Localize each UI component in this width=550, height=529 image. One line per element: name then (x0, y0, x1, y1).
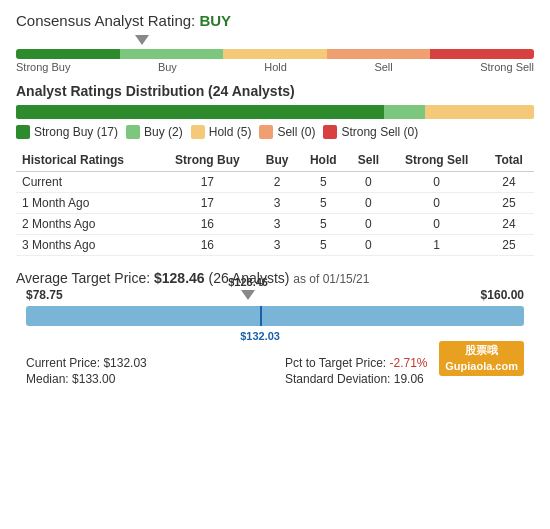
gauge-label-strong-buy: Strong Buy (16, 61, 70, 73)
consensus-title: Consensus Analyst Rating: BUY (16, 12, 534, 29)
table-cell-2: 3 (255, 193, 299, 214)
legend-label-sell: Sell (0) (277, 125, 315, 139)
watermark-line1: 股票哦 (445, 343, 518, 358)
table-cell-5: 0 (389, 214, 484, 235)
gauge-arrow-indicator (135, 35, 149, 45)
table-cell-0: 1 Month Ago (16, 193, 159, 214)
info-value-0: $132.03 (103, 356, 146, 370)
table-cell-1: 17 (159, 193, 255, 214)
table-row: 3 Months Ago16350125 (16, 235, 534, 256)
target-arrow-down (241, 290, 255, 300)
legend-swatch-hold (191, 125, 205, 139)
col-header-2: Buy (255, 149, 299, 172)
legend-swatch-strong-buy (16, 125, 30, 139)
gauge-hold (223, 49, 327, 59)
legend-swatch-strong-sell (323, 125, 337, 139)
col-header-5: Strong Sell (389, 149, 484, 172)
table-cell-5: 0 (389, 193, 484, 214)
table-cell-6: 24 (484, 172, 534, 193)
consensus-section: Consensus Analyst Rating: BUY Strong Buy… (16, 12, 534, 73)
table-row: 1 Month Ago17350025 (16, 193, 534, 214)
table-cell-5: 0 (389, 172, 484, 193)
table-cell-4: 0 (348, 214, 390, 235)
avg-target-title: Average Target Price: $128.46 (26 Analys… (16, 270, 534, 286)
gauge-sell (327, 49, 431, 59)
watermark: 股票哦 Gupiaola.com (439, 341, 524, 376)
legend-sell: Sell (0) (259, 125, 315, 139)
col-header-6: Total (484, 149, 534, 172)
col-header-0: Historical Ratings (16, 149, 159, 172)
info-median-label: Median: $133.00 (26, 372, 275, 386)
table-cell-4: 0 (348, 193, 390, 214)
table-cell-3: 5 (299, 172, 348, 193)
gauge-label-strong-sell: Strong Sell (480, 61, 534, 73)
table-cell-6: 25 (484, 193, 534, 214)
info-value-2: $133.00 (72, 372, 115, 386)
historical-table-body: Current172500241 Month Ago173500252 Mont… (16, 172, 534, 256)
watermark-line2: Gupiaola.com (445, 359, 518, 374)
table-cell-1: 16 (159, 214, 255, 235)
info-value-1: -2.71% (390, 356, 428, 370)
legend-swatch-sell (259, 125, 273, 139)
dist-bar-hold (425, 105, 534, 119)
gauge-bar (16, 49, 534, 59)
consensus-label: Consensus Analyst Rating: (16, 12, 195, 29)
table-cell-1: 16 (159, 235, 255, 256)
table-cell-2: 3 (255, 235, 299, 256)
table-cell-2: 3 (255, 214, 299, 235)
gauge-label-buy: Buy (158, 61, 177, 73)
price-min-label: $78.75 (26, 288, 63, 302)
legend-label-buy: Buy (2) (144, 125, 183, 139)
legend-hold: Hold (5) (191, 125, 252, 139)
distribution-section: Analyst Ratings Distribution (24 Analyst… (16, 83, 534, 139)
target-arrow-label: $128.46 (228, 276, 268, 288)
price-bar-background (26, 306, 524, 326)
info-label-2: Median: (26, 372, 69, 386)
page-wrapper: Consensus Analyst Rating: BUY Strong Buy… (16, 12, 534, 386)
table-cell-4: 0 (348, 235, 390, 256)
target-title-label: Average Target Price: (16, 270, 150, 286)
current-price-line (260, 306, 262, 326)
current-price-below-label: $132.03 (240, 330, 280, 342)
target-arrow-wrapper: $128.46 (228, 276, 268, 300)
dist-bar-strong-buy (16, 105, 384, 119)
gauge-strong-sell (430, 49, 534, 59)
col-header-1: Strong Buy (159, 149, 255, 172)
table-row: Current17250024 (16, 172, 534, 193)
table-cell-3: 5 (299, 214, 348, 235)
legend-buy: Buy (2) (126, 125, 183, 139)
info-label-0: Current Price: (26, 356, 100, 370)
target-asof: as of 01/15/21 (293, 272, 369, 286)
table-row: 2 Months Ago16350024 (16, 214, 534, 235)
legend-label-strong-sell: Strong Sell (0) (341, 125, 418, 139)
distribution-bar (16, 105, 534, 119)
table-cell-1: 17 (159, 172, 255, 193)
price-max-label: $160.00 (481, 288, 524, 302)
gauge-arrow-wrapper (16, 35, 534, 49)
legend-strong-sell: Strong Sell (0) (323, 125, 418, 139)
legend-swatch-buy (126, 125, 140, 139)
table-cell-3: 5 (299, 235, 348, 256)
gauge-strong-buy (16, 49, 120, 59)
table-cell-6: 25 (484, 235, 534, 256)
col-header-3: Hold (299, 149, 348, 172)
gauge-label-sell: Sell (374, 61, 392, 73)
distribution-legend: Strong Buy (17) Buy (2) Hold (5) Sell (0… (16, 125, 534, 139)
info-value-3: 19.06 (394, 372, 424, 386)
historical-table: Historical Ratings Strong Buy Buy Hold S… (16, 149, 534, 256)
price-range-bar: $78.75 $160.00 $128.46 $132.03 (26, 306, 524, 326)
table-cell-3: 5 (299, 193, 348, 214)
table-cell-4: 0 (348, 172, 390, 193)
legend-strong-buy: Strong Buy (17) (16, 125, 118, 139)
table-cell-0: 3 Months Ago (16, 235, 159, 256)
table-cell-5: 1 (389, 235, 484, 256)
gauge-labels: Strong Buy Buy Hold Sell Strong Sell (16, 61, 534, 73)
consensus-rating-value: BUY (199, 12, 231, 29)
table-cell-2: 2 (255, 172, 299, 193)
info-label-3: Standard Deviation: (285, 372, 390, 386)
table-cell-0: 2 Months Ago (16, 214, 159, 235)
target-price-value: $128.46 (154, 270, 205, 286)
dist-bar-buy (384, 105, 425, 119)
gauge-bar-container: Strong Buy Buy Hold Sell Strong Sell (16, 49, 534, 73)
legend-label-strong-buy: Strong Buy (17) (34, 125, 118, 139)
